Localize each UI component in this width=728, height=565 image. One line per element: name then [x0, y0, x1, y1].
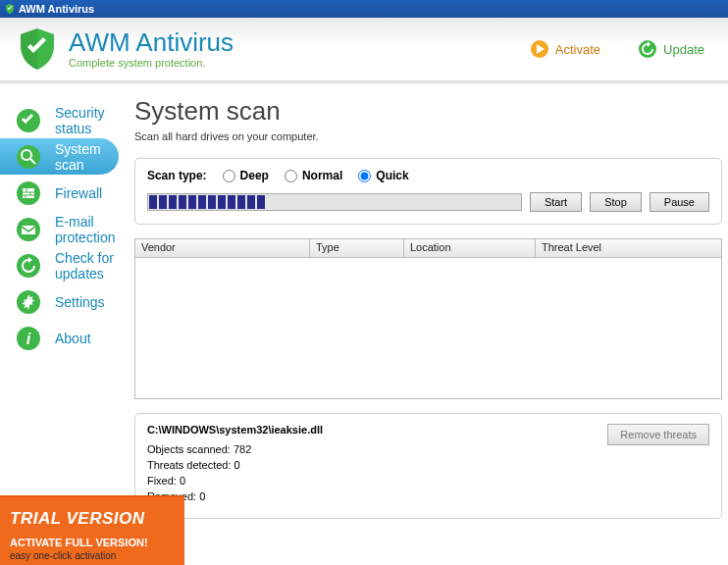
scan-option-deep[interactable]: Deep: [223, 169, 269, 182]
th-vendor[interactable]: Vendor: [135, 239, 310, 257]
progress-segment: [424, 195, 432, 209]
titlebar-text: AWM Antivirus: [19, 3, 94, 15]
progress-segment: [375, 195, 383, 209]
brand-tagline: Complete system protection.: [69, 57, 234, 69]
sidebar-item-label: Settings: [55, 294, 105, 310]
progress-segment: [228, 195, 235, 209]
progress-segment: [453, 195, 461, 209]
progress-segment: [277, 195, 285, 209]
page-description: Scan all hard drives on your computer.: [134, 130, 722, 142]
progress-segment: [159, 195, 167, 209]
progress-segment: [218, 195, 226, 209]
progress-segment: [493, 195, 500, 209]
sidebar-item-label: Check for updates: [55, 250, 127, 282]
progress-segment: [267, 195, 275, 209]
content: System scan Scan all hard drives on your…: [127, 84, 728, 565]
sidebar-item-email-protection[interactable]: E-mail protection: [0, 211, 127, 247]
scan-option-normal[interactable]: Normal: [285, 169, 342, 182]
logo: AWM Antivirus Complete system protection…: [14, 26, 234, 73]
trial-title: TRIAL VERSION: [10, 509, 175, 529]
progress-segment: [149, 195, 157, 209]
progress-segment: [316, 195, 324, 209]
progress-segment: [473, 195, 481, 209]
radio-deep[interactable]: [223, 170, 235, 182]
th-type[interactable]: Type: [310, 239, 404, 257]
scan-progress-bar: [147, 193, 522, 211]
sidebar-item-settings[interactable]: Settings: [0, 283, 127, 320]
update-icon: [638, 39, 657, 59]
progress-segment: [326, 195, 334, 209]
scan-option-quick[interactable]: Quick: [358, 169, 408, 182]
progress-segment: [237, 195, 245, 209]
progress-segment: [306, 195, 314, 209]
current-file-path: C:\WINDOWS\system32\ieaksie.dll: [147, 424, 607, 436]
sidebar-item-label: E-mail protection: [55, 214, 127, 245]
trial-note: easy one-click activation: [10, 550, 175, 561]
settings-icon: [16, 289, 41, 315]
radio-quick[interactable]: [358, 170, 371, 182]
fixed-count: Fixed: 0: [147, 475, 607, 487]
titlebar: AWM Antivirus: [0, 0, 728, 18]
svg-rect-8: [22, 226, 35, 234]
activate-icon: [530, 39, 549, 59]
progress-segment: [512, 195, 520, 209]
progress-segment: [385, 195, 392, 209]
start-button[interactable]: Start: [530, 192, 582, 212]
progress-segment: [286, 195, 294, 209]
email-icon: [16, 217, 41, 242]
sidebar: Security status System scan Firewall E-m…: [0, 84, 127, 565]
svg-point-3: [17, 145, 40, 169]
progress-segment: [443, 195, 451, 209]
progress-segment: [198, 195, 206, 209]
page-title: System scan: [134, 96, 722, 127]
sidebar-item-system-scan[interactable]: System scan: [0, 138, 119, 175]
activate-button[interactable]: Activate: [530, 39, 600, 59]
progress-segment: [336, 195, 343, 209]
progress-segment: [404, 195, 412, 209]
objects-scanned: Objects scanned: 782: [147, 443, 607, 455]
update-label: Update: [663, 42, 704, 57]
table-body: [134, 258, 722, 399]
sidebar-item-label: Security status: [55, 105, 127, 136]
results-table: Vendor Type Location Threat Level: [134, 238, 722, 399]
progress-segment: [188, 195, 196, 209]
sidebar-item-firewall[interactable]: Firewall: [0, 175, 127, 211]
shield-logo-icon: [14, 26, 61, 73]
about-icon: i: [16, 326, 41, 351]
sidebar-item-label: About: [55, 331, 91, 346]
progress-segment: [434, 195, 442, 209]
updates-icon: [16, 253, 41, 279]
sidebar-item-about[interactable]: i About: [0, 320, 127, 356]
status-panel: C:\WINDOWS\system32\ieaksie.dll Objects …: [134, 413, 722, 519]
trial-subtitle: ACTIVATE FULL VERSION!: [10, 537, 175, 548]
progress-segment: [179, 195, 186, 209]
stop-button[interactable]: Stop: [590, 192, 642, 212]
scan-type-label: Scan type:: [147, 169, 207, 182]
scan-panel: Scan type: Deep Normal Quick Start Stop …: [134, 158, 722, 225]
update-button[interactable]: Update: [638, 39, 704, 59]
progress-segment: [355, 195, 363, 209]
progress-segment: [247, 195, 255, 209]
removed-count: Removed: 0: [147, 490, 607, 502]
shield-icon: [4, 3, 16, 15]
trial-version-box[interactable]: TRIAL VERSION ACTIVATE FULL VERSION! eas…: [0, 495, 184, 565]
th-threat-level[interactable]: Threat Level: [536, 239, 721, 257]
svg-rect-6: [23, 188, 34, 198]
th-location[interactable]: Location: [404, 239, 536, 257]
progress-segment: [502, 195, 510, 209]
activate-label: Activate: [555, 42, 600, 57]
sidebar-item-security-status[interactable]: Security status: [0, 102, 127, 138]
scan-type-row: Scan type: Deep Normal Quick: [147, 169, 709, 182]
progress-segment: [208, 195, 216, 209]
progress-segment: [365, 195, 373, 209]
threats-detected: Threats detected: 0: [147, 459, 607, 471]
header: AWM Antivirus Complete system protection…: [0, 18, 728, 80]
progress-segment: [345, 195, 353, 209]
table-header: Vendor Type Location Threat Level: [134, 238, 722, 258]
radio-normal[interactable]: [285, 170, 297, 182]
progress-segment: [296, 195, 304, 209]
pause-button[interactable]: Pause: [650, 192, 709, 212]
remove-threats-button[interactable]: Remove threats: [607, 424, 709, 445]
brand-title: AWM Antivirus: [69, 29, 234, 55]
sidebar-item-check-updates[interactable]: Check for updates: [0, 247, 127, 283]
